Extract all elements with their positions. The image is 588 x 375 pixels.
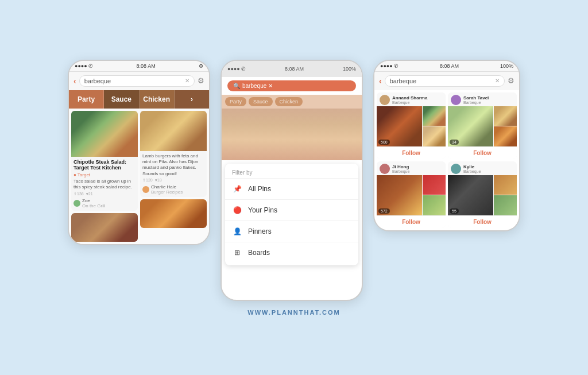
pin-card-bottom-left[interactable]	[71, 213, 138, 242]
time-1: 8:08 AM	[137, 63, 156, 69]
collage-bot-2	[494, 126, 517, 146]
person-board-2: Barbeque	[463, 100, 489, 105]
person-card-3: Ji Hong Barbeque	[377, 161, 446, 228]
search-pill-3[interactable]: barbeque ✕	[385, 75, 505, 87]
person-card-2: Sarah Tavel Barbeque	[448, 92, 517, 159]
options-icon: ⚙	[199, 63, 203, 69]
search-clear-3[interactable]: ✕	[495, 78, 500, 84]
filter-boards-label: Boards	[248, 249, 270, 257]
person-collage-4: 55	[448, 175, 517, 215]
phone-3: ●●●● ✆ 8:08 AM 100% ‹ barbeque ✕ ⚙ Annan…	[373, 60, 520, 231]
your-pins-icon: 🔴	[232, 205, 242, 215]
person-name-3: Ji Hong	[392, 164, 409, 169]
collage-bot-3	[423, 195, 446, 215]
filter-dropdown: Filter by 📌 All Pins 🔴 Your Pins 👤 Pinne…	[225, 164, 358, 265]
pin-icon: 📌	[232, 184, 242, 194]
search-bar-3[interactable]: ‹ barbeque ✕ ⚙	[374, 72, 519, 90]
pin2-username: Charlie Hale	[151, 184, 183, 190]
follow-btn-1[interactable]: Follow	[377, 146, 446, 159]
status-bar-1: ●●●● ✆ 8:08 AM ⚙	[69, 61, 209, 72]
pin-count-1: 500	[378, 140, 390, 145]
cat-party[interactable]: Party	[69, 90, 104, 109]
avatar-2	[451, 95, 461, 105]
time-3: 8:08 AM	[440, 63, 459, 69]
website-label: WWW.PLANNTHAT.COM	[247, 309, 341, 316]
person-header-3: Ji Hong Barbeque	[377, 161, 446, 175]
signal-3: ●●●● ✆	[380, 63, 399, 69]
cat-chicken[interactable]: Chicken	[140, 90, 175, 109]
person-name-2: Sarah Tavel	[463, 95, 489, 100]
person-collage-2: 34	[448, 106, 517, 146]
pin2-board: Burger Recipes	[151, 190, 183, 195]
pin1-title: Chipotle Steak Salad: Target Test Kitche…	[74, 159, 136, 172]
person-name-1: Annand Sharma	[392, 95, 427, 100]
avatar-3	[380, 164, 390, 174]
follow-btn-4[interactable]: Follow	[448, 215, 517, 228]
pin1-username: Zoe	[82, 198, 105, 203]
person-board-1: Barbeque	[392, 100, 427, 105]
pins-col-left: Chipotle Steak Salad: Target Test Kitche…	[71, 111, 138, 242]
phones-row: ●●●● ✆ 8:08 AM ⚙ ‹ barbeque ✕ ⚙ Party Sa…	[68, 60, 520, 301]
search-text-3: barbeque	[390, 78, 495, 84]
pin1-meta: ⇧136 ♥21	[74, 192, 136, 196]
people-grid: Annand Sharma Barbeque	[374, 90, 519, 230]
person-board-3: Barbeque	[392, 169, 409, 173]
filter-label: Filter by	[225, 166, 358, 178]
back-btn-1[interactable]: ‹	[74, 76, 76, 86]
filter-all-pins[interactable]: 📌 All Pins	[225, 178, 358, 199]
pin1-user: Zoe On the Grill	[74, 198, 136, 208]
person-board-4: Barbeque	[463, 169, 481, 173]
filter-your-pins[interactable]: 🔴 Your Pins	[225, 199, 358, 221]
battery-3: 100%	[500, 63, 513, 69]
pin1-board: On the Grill	[82, 203, 105, 208]
collage-top-1	[423, 106, 446, 126]
filter-pinners-label: Pinners	[248, 227, 272, 235]
pin-card-1[interactable]: Chipotle Steak Salad: Target Test Kitche…	[71, 111, 138, 211]
filter-boards[interactable]: ⊞ Boards	[225, 242, 358, 263]
pin-count-2: 34	[450, 140, 459, 145]
boards-icon: ⊞	[232, 248, 242, 258]
person-header-2: Sarah Tavel Barbeque	[448, 92, 517, 106]
category-tabs: Party Sauce Chicken ›	[69, 90, 209, 109]
filter-icon-1[interactable]: ⚙	[198, 76, 204, 85]
person-name-4: Kylie	[463, 164, 481, 169]
pins-col-right: Lamb burgers with feta and mint on Pita.…	[140, 111, 207, 242]
pin1-source: ● Target	[74, 172, 136, 177]
pin-count-3: 572	[378, 208, 390, 214]
search-clear-1[interactable]: ✕	[185, 78, 189, 84]
filter-icon-3[interactable]: ⚙	[508, 76, 514, 85]
pins-grid: Chipotle Steak Salad: Target Test Kitche…	[69, 109, 209, 244]
mid-cats: Party Sauce Chicken	[222, 95, 362, 109]
pin-card-bottom-right[interactable]	[140, 199, 207, 228]
search-pill-1[interactable]: barbeque ✕	[79, 75, 195, 87]
pin2-meta: ⇧120 ♥18	[142, 178, 204, 183]
collage-top-4	[494, 175, 517, 195]
follow-btn-2[interactable]: Follow	[448, 146, 517, 159]
back-btn-3[interactable]: ‹	[379, 76, 382, 86]
filter-your-pins-label: Your Pins	[248, 206, 277, 214]
avatar-4	[451, 164, 461, 174]
pinners-icon: 👤	[232, 226, 242, 237]
pin2-desc: Lamb burgers with feta and mint on Pita.…	[142, 153, 204, 177]
search-bar-1[interactable]: ‹ barbeque ✕ ⚙	[69, 72, 209, 90]
avatar-1	[380, 95, 390, 105]
filter-all-pins-label: All Pins	[248, 185, 271, 193]
person-card-4: Kylie Barbeque	[448, 161, 517, 228]
cat-more[interactable]: ›	[175, 90, 209, 109]
cat-sauce[interactable]: Sauce	[104, 90, 139, 109]
filter-pinners[interactable]: 👤 Pinners	[225, 221, 358, 242]
follow-btn-3[interactable]: Follow	[377, 215, 446, 228]
mid-top-bar: ●●●● ✆ 8:08 AM 100%	[222, 61, 362, 77]
mid-search-area[interactable]: 🔍 barbeque ✕	[227, 80, 356, 91]
person-card-1: Annand Sharma Barbeque	[377, 92, 446, 159]
collage-bot-4	[494, 195, 517, 215]
status-bar-3: ●●●● ✆ 8:08 AM 100%	[374, 61, 519, 72]
person-collage-3: 572	[377, 175, 446, 215]
pin1-desc: Taco salad is all grown up in this spicy…	[74, 179, 136, 191]
collage-top-2	[494, 106, 517, 126]
person-collage-1: 500	[377, 106, 446, 146]
search-text-1: barbeque	[84, 78, 185, 84]
collage-top-3	[423, 175, 446, 195]
pin-card-2[interactable]: Lamb burgers with feta and mint on Pita.…	[140, 111, 207, 198]
phone-2: ●●●● ✆ 8:08 AM 100% 🔍 barbeque ✕ Party S…	[220, 60, 363, 301]
